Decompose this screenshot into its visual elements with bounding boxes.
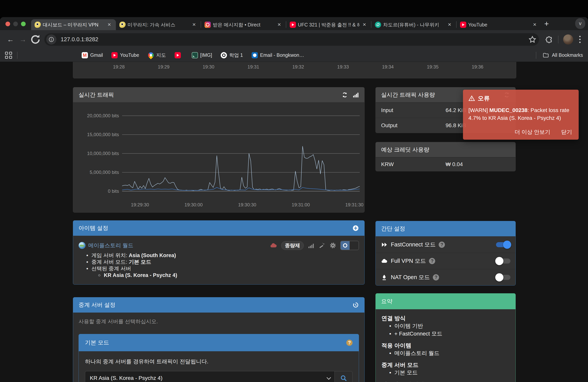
item-settings-panel: 아이템 설정 메이플스토리 월드 종량제 xyxy=(73,220,365,285)
tab-dashboard[interactable]: 대시보드 – 미꾸라지 VPN xyxy=(31,19,116,30)
mode-title: 기본 모드 xyxy=(85,339,109,347)
help-icon[interactable] xyxy=(346,340,353,346)
apps-grid-icon[interactable] xyxy=(5,52,12,59)
url-text[interactable]: 127.0.0.1:8282 xyxy=(61,36,528,42)
x-tick-label: 19:32 xyxy=(292,64,304,70)
history-icon[interactable] xyxy=(352,302,359,308)
tab-instagram-direct[interactable]: 받은 메시지함 • Direct xyxy=(201,19,286,30)
tab-title: 대시보드 – 미꾸라지 VPN xyxy=(43,21,104,28)
bookmark-chatgpt[interactable]: 학업 1 xyxy=(221,52,243,58)
close-tab-icon[interactable] xyxy=(532,21,538,28)
close-toast-button[interactable]: 닫기 xyxy=(561,128,572,136)
namuwiki-favicon xyxy=(375,21,381,28)
reload-button[interactable] xyxy=(29,33,42,46)
x-tick-label: 19:34 xyxy=(382,64,394,70)
bookmarks-divider xyxy=(536,52,536,59)
close-window-button[interactable] xyxy=(5,21,10,26)
address-bar[interactable]: 127.0.0.1:8282 xyxy=(44,33,539,46)
all-bookmarks-button[interactable]: All Bookmarks xyxy=(536,52,583,59)
bar-chart-icon[interactable] xyxy=(352,92,359,98)
svg-text:5,000,000 bits: 5,000,000 bits xyxy=(90,170,119,175)
error-toast: 오류 [WARN] MUDEC_00238: Packet loss rate … xyxy=(463,90,579,140)
gear-icon[interactable] xyxy=(329,242,336,249)
zoom-window-button[interactable] xyxy=(21,21,26,26)
item-settings-header: 아이템 설정 xyxy=(73,221,364,236)
gmail-icon xyxy=(82,52,88,58)
history-chart-fragment: 19:2819:2919:3019:3119:3219:3319:3419:35… xyxy=(73,62,516,78)
bookmark-email[interactable]: Email - Bongkwon… xyxy=(252,52,304,58)
svg-text:19:29:30: 19:29:30 xyxy=(131,202,149,207)
tab-search-button[interactable] xyxy=(575,18,585,29)
item-link[interactable]: 메이플스토리 월드 xyxy=(88,242,133,249)
tab-namuwiki[interactable]: 차도르(유튜버) - 나무위키 xyxy=(371,19,456,30)
bookmark-youtube[interactable]: YouTube xyxy=(111,52,139,58)
credit-usage-panel: 예상 크레딧 사용량 KRW ₩ 0.04 xyxy=(376,142,516,171)
refresh-icon[interactable] xyxy=(341,92,348,98)
svg-text:19:30:30: 19:30:30 xyxy=(238,202,256,207)
close-tab-icon[interactable] xyxy=(276,21,282,28)
youtube-icon xyxy=(175,52,181,58)
bookmark-star-button[interactable] xyxy=(528,35,537,44)
list-item: 아이템 기반 xyxy=(381,322,510,330)
x-tick-label: 19:36 xyxy=(472,64,483,70)
tab-strip: 대시보드 – 미꾸라지 VPN 미꾸라지: 가속 서비스 받은 메시지함 • D… xyxy=(0,17,588,30)
tab-title: 미꾸라지: 가속 서비스 xyxy=(127,21,189,28)
realtime-traffic-panel: 실시간 트래픽 0 bits5,000,000 bits10,000,000 b… xyxy=(73,87,365,212)
close-tab-icon[interactable] xyxy=(446,21,453,28)
tab-ufc-video[interactable]: UFC 321 | 박준용 출전 !! & 헤 xyxy=(286,19,371,30)
close-tab-icon[interactable] xyxy=(361,21,368,28)
help-icon[interactable] xyxy=(439,242,445,248)
folder-icon xyxy=(543,52,549,59)
list-item: 기본 모드 xyxy=(381,369,510,377)
fill-drip-icon xyxy=(381,274,388,281)
browser-menu-button[interactable] xyxy=(576,34,584,44)
site-info-button[interactable] xyxy=(46,34,56,44)
list-item: 중계 서버 모드: 기본 모드 xyxy=(79,259,359,265)
fullvpn-toggle[interactable] xyxy=(496,258,510,264)
item-enabled-toggle[interactable] xyxy=(340,241,359,250)
row-label: Output xyxy=(381,122,398,128)
minimize-window-button[interactable] xyxy=(13,21,18,26)
relay-server-select[interactable]: KR Asia (S. Korea - Psychz 4) xyxy=(85,371,335,382)
dont-show-again-button[interactable]: 더 이상 안보기 xyxy=(514,128,550,136)
toast-title-row: 오류 xyxy=(468,94,573,103)
natopen-toggle[interactable] xyxy=(496,275,510,280)
help-icon[interactable] xyxy=(429,258,435,264)
summary-heading: 선택된 중계 서버 xyxy=(381,381,510,382)
chevron-down-icon xyxy=(327,375,331,380)
row-label: Input xyxy=(381,107,393,113)
close-tab-icon[interactable] xyxy=(191,21,197,28)
signal-bars-icon[interactable] xyxy=(308,242,315,249)
svg-text:19:31:00: 19:31:00 xyxy=(292,202,310,207)
summary-body: 연결 방식 아이템 기반 + FastConnect 모드 적용 아이템 메이플… xyxy=(376,309,515,382)
back-button[interactable]: ← xyxy=(4,33,17,46)
add-item-icon[interactable] xyxy=(352,225,359,232)
wand-icon[interactable] xyxy=(318,242,326,249)
help-icon[interactable] xyxy=(433,274,439,280)
loach-favicon xyxy=(119,21,126,28)
fastconnect-toggle[interactable] xyxy=(496,242,510,247)
traffic-line-chart: 0 bits5,000,000 bits10,000,000 bits15,00… xyxy=(73,104,364,212)
star-icon xyxy=(528,35,537,44)
browser-toolbar: ← → 127.0.0.1:8282 xyxy=(0,30,588,49)
bookmark-maps[interactable]: 지도 xyxy=(148,52,166,58)
mode-description: 하나의 중계 서버를 경유하여 트래픽이 전달됩니다. xyxy=(85,358,353,365)
extensions-button[interactable] xyxy=(544,35,554,44)
bookmark-img[interactable]: [IMG] xyxy=(192,52,212,58)
tab-mudfish-service[interactable]: 미꾸라지: 가속 서비스 xyxy=(116,19,201,30)
relay-settings-panel: 중계 서버 설정 사용할 중계 서버를 선택하십시오. 기본 모드 xyxy=(73,297,365,382)
panel-title: 요약 xyxy=(381,297,392,305)
server-search-button[interactable] xyxy=(335,371,353,382)
tab-title: 차도르(유튜버) - 나무위키 xyxy=(383,21,444,28)
bookmark-video[interactable] xyxy=(175,52,183,58)
bookmark-gmail[interactable]: Gmail xyxy=(82,52,103,58)
profile-avatar[interactable] xyxy=(563,34,573,44)
youtube-favicon xyxy=(460,21,466,28)
search-icon xyxy=(340,374,347,382)
tab-youtube[interactable]: YouTube xyxy=(457,19,541,30)
forward-button[interactable]: → xyxy=(17,33,29,46)
svg-text:15,000,000 bits: 15,000,000 bits xyxy=(87,132,119,137)
new-tab-button[interactable] xyxy=(541,19,552,29)
row-label: KRW xyxy=(381,161,394,168)
close-tab-icon[interactable] xyxy=(106,21,112,28)
